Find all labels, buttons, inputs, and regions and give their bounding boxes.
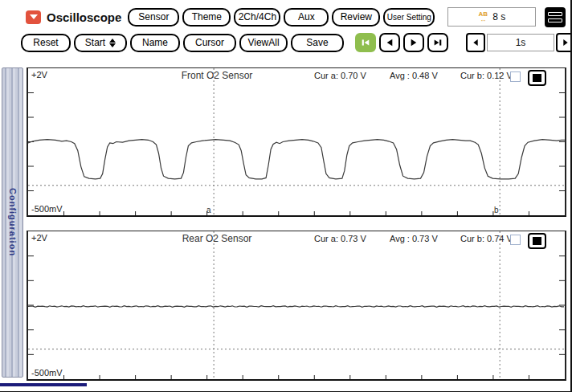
user-setting-button[interactable]: User Setting	[383, 8, 435, 27]
ch1-trace-toggle-button[interactable]	[528, 70, 546, 86]
save-button[interactable]: Save	[291, 34, 344, 52]
step-back-button[interactable]	[379, 33, 400, 52]
sensor-button[interactable]: Sensor	[128, 8, 179, 27]
aux-button[interactable]: Aux	[284, 8, 329, 27]
ch1-cursor-b-label: b	[494, 206, 499, 214]
cursor-button[interactable]: Cursor	[183, 34, 236, 52]
ch1-title: Front O2 Sensor	[141, 70, 293, 81]
step-back-icon	[386, 38, 394, 47]
spinner-arrows-icon	[109, 39, 116, 47]
configuration-tab[interactable]: Configuration	[2, 67, 23, 378]
top-toolbar: Oscilloscope Sensor Theme 2Ch/4Ch Aux Re…	[26, 6, 566, 27]
reset-button[interactable]: Reset	[21, 34, 71, 52]
ab-measure-icon: AB ↔	[479, 11, 488, 23]
configuration-tab-label: Configuration	[8, 188, 18, 256]
viewall-button[interactable]: ViewAll	[239, 34, 288, 52]
control-toolbar: Reset Start Name Cursor ViewAll Save 1s	[21, 32, 566, 53]
menu-icon[interactable]	[545, 7, 566, 27]
arrow-left-icon	[472, 37, 479, 48]
bottom-accent-bar	[0, 383, 87, 386]
triangle-down-icon	[30, 14, 38, 19]
time-div-increase-button[interactable]	[556, 33, 572, 52]
start-button[interactable]: Start	[74, 34, 127, 52]
ch1-bottom-voltage-label: -500mV	[31, 204, 63, 214]
arrow-right-icon	[562, 37, 569, 48]
ch2-title: Rear O2 Sensor	[141, 233, 293, 244]
record-length-value: 8 s	[492, 11, 505, 22]
ch2-cursor-b-reading: Cur b: 0.74 V	[460, 234, 513, 243]
ch1-cursor-b-reading: Cur b: 0.12 V	[460, 71, 513, 80]
channel-mode-button[interactable]: 2Ch/4Ch	[234, 8, 280, 27]
skip-to-start-icon	[362, 38, 370, 47]
channel-1-panel: +2V Front O2 Sensor Cur a: 0.70 V Avg : …	[27, 67, 566, 217]
ch2-cursor-a-reading: Cur a: 0.73 V	[314, 234, 366, 243]
theme-button[interactable]: Theme	[182, 8, 231, 27]
ch1-checkbox[interactable]	[510, 71, 521, 82]
ch2-avg-reading: Avg : 0.73 V	[390, 234, 438, 243]
filled-square-icon	[533, 74, 541, 82]
app-icon[interactable]	[26, 10, 41, 24]
ch2-checkbox[interactable]	[510, 235, 521, 245]
app-title: Oscilloscope	[47, 10, 121, 24]
ch1-avg-reading: Avg : 0.48 V	[390, 71, 438, 80]
review-button[interactable]: Review	[332, 8, 380, 27]
time-per-div-display: 1s	[487, 34, 554, 51]
step-forward-button[interactable]	[403, 33, 424, 52]
skip-to-end-icon	[434, 38, 442, 47]
ch2-bottom-voltage-label: -500mV	[31, 368, 63, 378]
skip-to-start-button[interactable]	[355, 33, 376, 52]
channel-1-waveform	[28, 68, 565, 215]
time-div-decrease-button[interactable]	[466, 33, 485, 52]
ch2-trace-toggle-button[interactable]	[528, 233, 546, 249]
channel-2-panel: +2V Rear O2 Sensor Cur a: 0.73 V Avg : 0…	[27, 231, 566, 381]
record-length-display[interactable]: AB ↔ 8 s	[447, 7, 536, 27]
ch1-cursor-a-reading: Cur a: 0.70 V	[314, 71, 366, 80]
ch1-top-voltage-label: +2V	[31, 70, 47, 80]
name-button[interactable]: Name	[130, 34, 180, 52]
oscilloscope-app: Oscilloscope Sensor Theme 2Ch/4Ch Aux Re…	[0, 0, 572, 392]
ch1-cursor-a-label: a	[206, 206, 211, 214]
skip-to-end-button[interactable]	[427, 33, 448, 52]
start-label: Start	[85, 37, 105, 48]
channel-2-waveform	[28, 231, 565, 379]
filled-square-icon	[533, 237, 541, 245]
ch2-top-voltage-label: +2V	[31, 233, 47, 243]
step-forward-icon	[410, 38, 418, 47]
